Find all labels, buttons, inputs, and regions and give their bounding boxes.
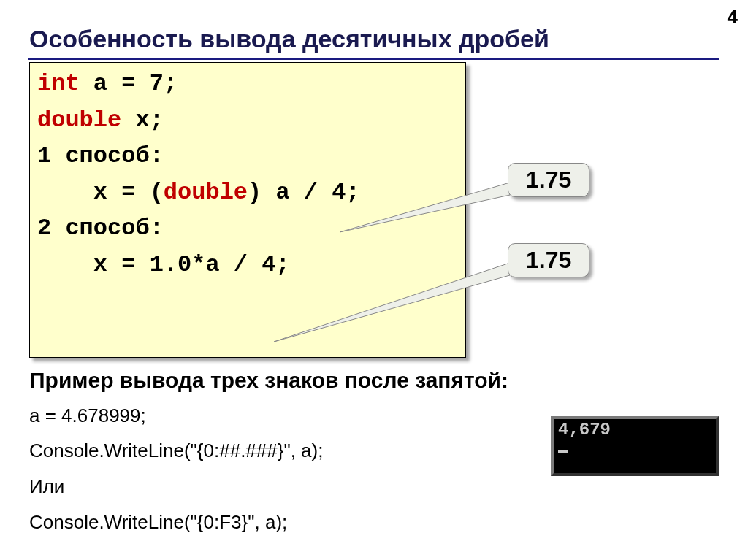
- keyword-int: int: [37, 70, 80, 97]
- console-cursor: [558, 450, 568, 453]
- code-text: x = 1.0*a / 4;: [37, 251, 290, 278]
- callout-result-1: 1.75: [508, 163, 589, 197]
- callout-result-2: 1.75: [508, 243, 589, 277]
- example-line-4: Console.WriteLine("{0:F3}", a);: [29, 511, 287, 534]
- code-text: ) a / 4;: [248, 179, 360, 206]
- example-subheading: Пример вывода трех знаков после запятой:: [29, 368, 508, 393]
- code-text: x;: [121, 107, 164, 134]
- code-text: x = (: [37, 179, 164, 206]
- console-text: 4,679: [558, 421, 711, 439]
- code-text: a = 7;: [80, 70, 178, 97]
- title-divider: [28, 58, 719, 60]
- example-line-1: a = 4.678999;: [29, 404, 146, 427]
- example-line-or: Или: [29, 475, 64, 498]
- code-text: 2 способ:: [37, 215, 164, 242]
- code-text: 1 способ:: [37, 142, 164, 169]
- code-block: int a = 7; double x; 1 способ: x = (doub…: [29, 62, 466, 358]
- console-output: 4,679: [551, 416, 719, 476]
- keyword-double: double: [164, 179, 248, 206]
- page-number: 4: [728, 6, 738, 28]
- keyword-double: double: [37, 107, 121, 134]
- slide-title: Особенность вывода десятичных дробей: [29, 25, 549, 53]
- example-line-2: Console.WriteLine("{0:##.###}", a);: [29, 440, 323, 462]
